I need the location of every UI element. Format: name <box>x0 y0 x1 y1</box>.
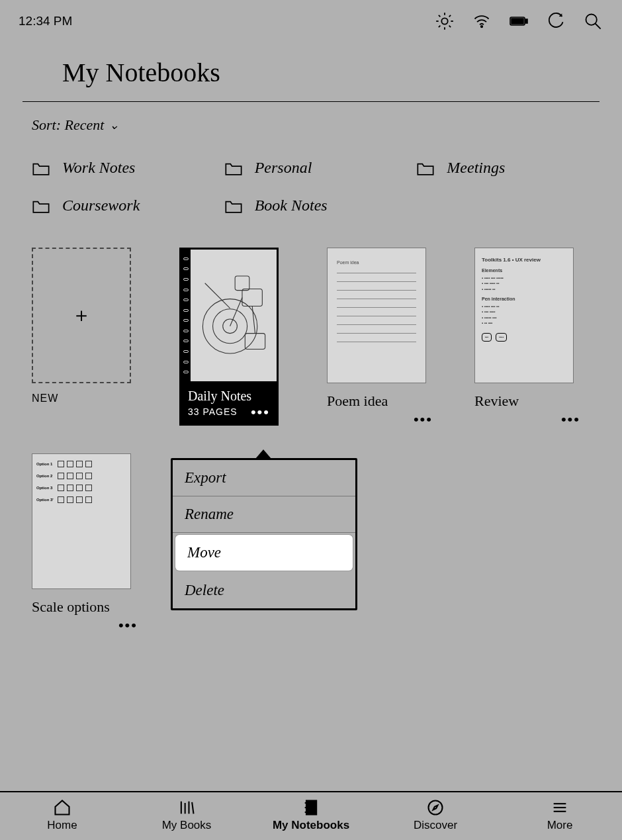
notebook-thumbnail: Toolkits 1.6 • UX review Elements ▪ ▪▪▪▪… <box>474 248 574 383</box>
notebook-thumbnail <box>179 248 279 383</box>
sync-icon[interactable] <box>547 12 565 30</box>
nav-label: My Notebooks <box>273 819 349 832</box>
context-menu-item-rename[interactable]: Rename <box>173 496 355 533</box>
svg-line-8 <box>449 15 451 17</box>
folder-label: Meetings <box>447 159 505 177</box>
context-menu-pointer <box>255 449 271 459</box>
nav-my-books[interactable]: My Books <box>124 792 249 840</box>
brightness-icon[interactable] <box>435 12 454 30</box>
sort-label: Sort: Recent <box>32 117 104 134</box>
folder-icon <box>32 161 50 175</box>
svg-line-21 <box>205 283 230 308</box>
notebook-card-footer: Daily Notes 33 PAGES ••• <box>179 383 279 426</box>
notebook-thumbnail: Option 1 Option 2 Option 3 Option 3' <box>32 453 131 589</box>
context-menu-item-move[interactable]: Move <box>175 535 353 571</box>
notebook-title: Daily Notes <box>188 389 270 404</box>
notebook-icon <box>302 800 320 815</box>
folder-icon <box>32 199 50 213</box>
svg-point-15 <box>202 299 257 353</box>
notebook-card[interactable]: Toolkits 1.6 • UX review Elements ▪ ▪▪▪▪… <box>474 248 580 427</box>
folder-icon <box>416 161 435 175</box>
new-label: NEW <box>32 393 138 404</box>
search-icon[interactable] <box>584 12 602 30</box>
notebook-title: Review <box>474 393 519 410</box>
folder-coursework[interactable]: Coursework <box>32 197 211 214</box>
battery-icon[interactable] <box>510 12 528 30</box>
folder-icon <box>224 199 243 213</box>
notebook-title: Poem idea <box>327 393 388 410</box>
nav-discover[interactable]: Discover <box>373 792 498 840</box>
status-icons <box>435 12 602 30</box>
sort-button[interactable]: Sort: Recent ⌄ <box>32 117 119 134</box>
notebook-card[interactable]: Poem idea Poem idea ••• <box>327 248 433 427</box>
home-icon <box>53 800 71 815</box>
nav-my-notebooks[interactable]: My Notebooks <box>249 792 373 840</box>
context-menu-item-export[interactable]: Export <box>173 460 355 496</box>
nav-label: My Books <box>162 819 212 832</box>
menu-icon <box>551 800 569 815</box>
page-title: My Notebooks <box>22 37 600 102</box>
nav-label: Discover <box>414 819 457 832</box>
folder-label: Personal <box>255 159 312 177</box>
svg-point-17 <box>223 319 238 334</box>
folder-label: Coursework <box>62 197 140 214</box>
plus-icon: ＋ <box>32 248 131 383</box>
svg-rect-11 <box>511 19 523 24</box>
svg-point-0 <box>441 18 447 24</box>
svg-point-32 <box>429 801 443 815</box>
more-icon[interactable]: ••• <box>118 617 138 633</box>
compass-icon <box>426 800 445 815</box>
svg-point-13 <box>586 15 597 25</box>
folder-book-notes[interactable]: Book Notes <box>224 197 404 214</box>
svg-line-5 <box>439 15 440 17</box>
bottom-nav: Home My Books My Notebooks Discover More <box>0 791 622 840</box>
context-menu: Export Rename Move Delete <box>171 458 357 610</box>
svg-rect-28 <box>306 801 316 815</box>
nav-more[interactable]: More <box>498 792 622 840</box>
notebook-thumbnail: Poem idea <box>327 248 426 383</box>
nav-home[interactable]: Home <box>0 792 124 840</box>
chevron-down-icon: ⌄ <box>109 118 119 132</box>
folders-grid: Work Notes Personal Meetings Coursework … <box>0 140 622 214</box>
more-icon[interactable]: ••• <box>561 411 580 428</box>
books-icon <box>177 800 196 815</box>
svg-line-7 <box>439 26 440 27</box>
notebook-card-selected[interactable]: Daily Notes 33 PAGES ••• <box>179 248 279 426</box>
wifi-icon[interactable] <box>472 12 491 30</box>
nav-label: More <box>547 819 573 832</box>
svg-line-27 <box>192 802 193 814</box>
more-icon[interactable]: ••• <box>414 411 433 428</box>
svg-line-6 <box>449 26 451 27</box>
folder-work-notes[interactable]: Work Notes <box>32 159 211 177</box>
svg-line-23 <box>252 306 255 333</box>
folder-label: Book Notes <box>255 197 328 214</box>
nav-label: Home <box>47 819 77 832</box>
new-notebook-button[interactable]: ＋ NEW <box>32 248 138 404</box>
status-time: 12:34 PM <box>19 14 72 28</box>
context-menu-item-delete[interactable]: Delete <box>173 573 355 608</box>
status-bar: 12:34 PM <box>0 0 622 37</box>
folder-personal[interactable]: Personal <box>224 159 404 177</box>
svg-point-9 <box>481 26 482 27</box>
svg-rect-19 <box>235 276 249 291</box>
notebook-card[interactable]: Option 1 Option 2 Option 3 Option 3' Sca… <box>32 453 138 633</box>
svg-rect-12 <box>525 19 527 23</box>
notebook-title: Scale options <box>32 598 110 616</box>
svg-line-14 <box>596 24 601 29</box>
svg-marker-33 <box>433 806 438 810</box>
more-icon[interactable]: ••• <box>251 408 270 416</box>
folder-label: Work Notes <box>62 159 135 177</box>
folder-icon <box>224 161 243 175</box>
folder-meetings[interactable]: Meetings <box>416 159 596 177</box>
notebook-pages-label: 33 PAGES <box>188 406 238 417</box>
